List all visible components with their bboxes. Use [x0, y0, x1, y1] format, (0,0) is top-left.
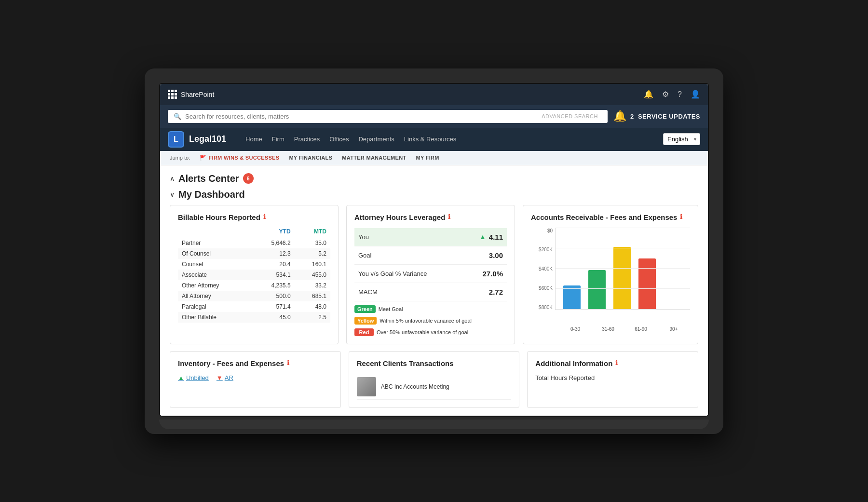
chart-bars	[555, 228, 690, 310]
additional-info-title: Additional Information ℹ	[535, 359, 690, 367]
bar	[638, 258, 656, 310]
bh-ytd: 12.3	[251, 248, 295, 259]
bh-mtd: 48.0	[295, 301, 330, 312]
search-icon: 🔍	[174, 113, 181, 120]
legend-desc: Within 5% unfavorable variance of goal	[380, 318, 472, 324]
ar-info-icon[interactable]: ℹ	[680, 213, 682, 220]
bh-col-empty	[178, 228, 251, 238]
ar-link[interactable]: ▼ AR	[217, 374, 233, 381]
bh-ytd: 45.0	[251, 312, 295, 323]
jumpbar-my-firm[interactable]: MY FIRM	[416, 155, 439, 161]
my-dashboard-header[interactable]: ∨ My Dashboard	[170, 189, 698, 200]
bh-label: Partner	[178, 238, 251, 248]
bh-mtd: 33.2	[295, 280, 330, 291]
inventory-links: ▲ Unbilled ▼ AR	[178, 374, 333, 381]
legend-row: Green Meet Goal	[354, 305, 507, 313]
bh-col-ytd: YTD	[251, 228, 295, 238]
bh-ytd: 534.1	[251, 270, 295, 280]
help-icon[interactable]: ?	[678, 90, 682, 99]
bh-label: Other Attorney	[178, 280, 251, 291]
rc-item: ABC Inc Accounts Meeting	[357, 374, 512, 400]
notifications-wrap[interactable]: 🔔 2 SERVICE UPDATES	[613, 110, 700, 122]
additional-info-icon[interactable]: ℹ	[615, 359, 618, 366]
bh-mtd: 2.5	[295, 312, 330, 323]
additional-info-card: Additional Information ℹ Total Hours Rep…	[527, 351, 698, 408]
billable-hours-info-icon[interactable]: ℹ	[263, 213, 266, 220]
bh-mtd: 35.0	[295, 238, 330, 248]
table-row: Other Attorney 4,235.5 33.2	[178, 280, 330, 291]
bar	[613, 247, 631, 310]
bar-group	[588, 270, 606, 310]
chart-y-label: $200K	[531, 247, 553, 252]
rc-thumbnail	[357, 377, 376, 396]
nav-departments[interactable]: Departments	[358, 134, 394, 145]
ahl-row: You v/s Goal % Variance 27.0%	[354, 265, 507, 283]
table-row: Partner 5,646.2 35.0	[178, 238, 330, 248]
bh-label: Of Counsel	[178, 248, 251, 259]
recent-clients-title: Recent Clients Transactions	[357, 359, 512, 367]
chart-x-label: 0-30	[563, 326, 588, 332]
ar-title: Accounts Receivable - Fees and Expenses …	[531, 213, 690, 221]
table-row: Counsel 20.4 160.1	[178, 259, 330, 270]
searchbar: 🔍 ADVANCED SEARCH 🔔 2 SERVICE UPDATES	[160, 105, 708, 128]
legend-badge: Red	[354, 328, 374, 336]
bh-label: Paralegal	[178, 301, 251, 312]
attorney-hours-info-icon[interactable]: ℹ	[448, 213, 450, 220]
advanced-search-button[interactable]: ADVANCED SEARCH	[538, 113, 602, 119]
bh-mtd: 455.0	[295, 270, 330, 280]
accounts-receivable-card: Accounts Receivable - Fees and Expenses …	[523, 205, 698, 344]
screen: SharePoint 🔔 ⚙ ? 👤 🔍 ADVANCED SEARCH 🔔 2…	[159, 83, 709, 417]
bar-group	[563, 285, 581, 310]
ahl-label: You	[358, 233, 369, 241]
bh-ytd: 4,235.5	[251, 280, 295, 291]
nav-links: Home Firm Practices Offices Departments …	[245, 134, 651, 145]
chart-y-labels: $800K$600K$400K$200K$0	[531, 228, 553, 310]
alerts-badge: 6	[243, 173, 254, 184]
nav-links-resources[interactable]: Links & Resources	[404, 134, 456, 145]
app-name: SharePoint	[181, 91, 214, 98]
dashboard-chevron-icon: ∨	[170, 190, 175, 198]
alerts-center-header[interactable]: ∧ Alerts Center 6	[170, 173, 698, 184]
nav-offices[interactable]: Offices	[329, 134, 349, 145]
jumpbar-my-financials[interactable]: MY FINANCIALS	[289, 155, 332, 161]
table-row: Other Billable 45.0 2.5	[178, 312, 330, 323]
chart-y-label: $600K	[531, 285, 553, 291]
total-hours-label: Total Hours Reported	[535, 374, 690, 381]
chart-y-label: $800K	[531, 305, 553, 310]
legend-badge: Green	[354, 305, 376, 313]
ahl-value: 2.72	[489, 288, 503, 296]
settings-icon[interactable]: ⚙	[662, 90, 669, 99]
bh-mtd: 5.2	[295, 248, 330, 259]
chart-y-label: $0	[531, 228, 553, 233]
rc-text: ABC Inc Accounts Meeting	[381, 383, 449, 390]
nav-firm[interactable]: Firm	[272, 134, 285, 145]
search-input[interactable]	[185, 113, 534, 120]
bar	[563, 285, 581, 310]
ahl-row: You ▲4.11	[354, 228, 507, 246]
nav-practices[interactable]: Practices	[294, 134, 320, 145]
waffle-icon[interactable]	[168, 90, 177, 99]
topbar: SharePoint 🔔 ⚙ ? 👤	[160, 84, 708, 105]
ahl-value: 4.11	[489, 233, 503, 241]
inventory-info-icon[interactable]: ℹ	[287, 359, 289, 366]
laptop-frame: SharePoint 🔔 ⚙ ? 👤 🔍 ADVANCED SEARCH 🔔 2…	[145, 68, 723, 434]
bh-ytd: 5,646.2	[251, 238, 295, 248]
service-updates-label: 2 SERVICE UPDATES	[630, 113, 700, 120]
jumpbar-matter-management[interactable]: MATTER MANAGEMENT	[342, 155, 406, 161]
unbilled-arrow-icon: ▲	[178, 374, 184, 381]
language-select[interactable]: English	[663, 133, 700, 145]
bar-group	[638, 258, 656, 310]
topbar-brand: SharePoint	[168, 90, 214, 99]
jumpbar-firm-wins[interactable]: 🚩 FIRM WINS & SUCCESSES	[200, 155, 279, 161]
bar	[588, 270, 606, 310]
bell-icon[interactable]: 🔔	[644, 90, 653, 99]
billable-hours-table: YTD MTD Partner 5,646.2 35.0Of Counsel 1…	[178, 228, 330, 323]
table-row: Associate 534.1 455.0	[178, 270, 330, 280]
unbilled-link[interactable]: ▲ Unbilled	[178, 374, 209, 381]
gridline	[556, 228, 690, 228]
nav-home[interactable]: Home	[245, 134, 262, 145]
laptop-base	[159, 420, 709, 429]
dashboard-grid-bottom: Inventory - Fees and Expenses ℹ ▲ Unbill…	[170, 351, 698, 408]
user-icon[interactable]: 👤	[691, 90, 700, 99]
attorney-hours-title: Attorney Hours Leveraged ℹ	[354, 213, 507, 221]
